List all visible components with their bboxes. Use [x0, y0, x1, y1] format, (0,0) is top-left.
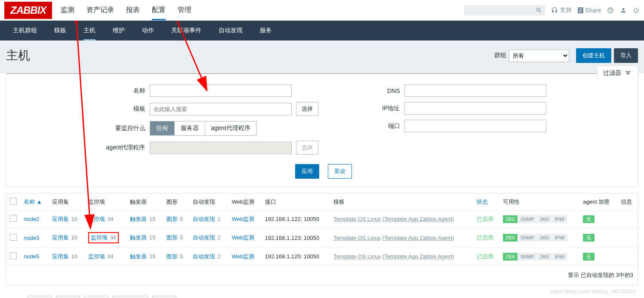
row-host-link[interactable]: node5 — [24, 253, 39, 260]
row-template-link[interactable]: Template OS Linux — [333, 216, 381, 222]
help-icon — [607, 7, 614, 14]
subnav-maintenance[interactable]: 维护 — [104, 21, 133, 40]
row-items-link[interactable]: 监控项 — [88, 253, 105, 260]
port-input[interactable] — [404, 120, 546, 132]
row-host-link[interactable]: node2 — [24, 216, 39, 222]
row-template-sub-link[interactable]: Template App Zabbix Agent — [384, 253, 452, 260]
nav-configuration[interactable]: 配置 — [152, 0, 166, 20]
row-graphs-link[interactable]: 图形 — [166, 253, 178, 260]
search-icon[interactable] — [536, 7, 542, 14]
filter-panel: 名称 模板 选择 要监控什么 任何 服务器 agent代理程序 agent代理程… — [6, 73, 638, 187]
row-template-link[interactable]: Template OS Linux — [333, 235, 381, 241]
row-interface: 192.168.1.125: 10050 — [262, 248, 330, 265]
apply-button[interactable]: 应用 — [295, 164, 319, 179]
massupdate-button[interactable]: 批量更新 — [113, 296, 148, 298]
row-template-link[interactable]: Template OS Linux — [333, 253, 381, 260]
subnav-services[interactable]: 服务 — [251, 21, 280, 40]
row-discovery-link[interactable]: 自动发现 — [193, 216, 215, 222]
monitor-radio-group: 任何 服务器 agent代理程序 — [150, 121, 257, 136]
name-input[interactable] — [150, 84, 292, 97]
export-button[interactable]: 导出 — [84, 296, 108, 298]
global-search[interactable] — [464, 5, 545, 16]
subnav-actions[interactable]: 动作 — [133, 21, 163, 40]
create-host-button[interactable]: 创建主机 — [576, 48, 611, 63]
col-name[interactable]: 名称 ▲ — [24, 199, 42, 205]
row-discovery-link[interactable]: 自动发现 — [193, 253, 215, 260]
col-info: 信息 — [617, 193, 638, 211]
row-graphs-link[interactable]: 图形 — [166, 234, 178, 241]
avail-snmp: SNMP — [518, 215, 537, 223]
col-status[interactable]: 状态 — [477, 199, 488, 205]
subnav-discovery[interactable]: 自动发现 — [210, 21, 251, 40]
nav-inventory[interactable]: 资产记录 — [86, 0, 114, 20]
ip-input[interactable] — [404, 102, 546, 115]
subnav-templates[interactable]: 模板 — [46, 21, 75, 40]
group-select[interactable]: 所有 — [509, 50, 569, 62]
row-checkbox[interactable] — [10, 215, 17, 222]
action-bar: 0 选择 启用 禁用 导出 批量更新 删除 — [0, 292, 644, 298]
disable-button[interactable]: 禁用 — [56, 296, 80, 298]
monitor-any[interactable]: 任何 — [150, 121, 175, 135]
dns-label: DNS — [353, 87, 400, 94]
row-status-link[interactable]: 已启用 — [477, 216, 493, 222]
logout-link[interactable] — [633, 7, 640, 14]
nav-monitoring[interactable]: 监测 — [61, 0, 74, 20]
import-button[interactable]: 导入 — [614, 48, 638, 63]
row-graphs-link[interactable]: 图形 — [166, 216, 178, 222]
template-input[interactable] — [150, 103, 292, 115]
row-web-link[interactable]: Web监测 — [232, 216, 255, 222]
main-nav: 监测 资产记录 报表 配置 管理 — [61, 0, 464, 20]
select-all-checkbox[interactable] — [10, 198, 17, 205]
row-items-link[interactable]: 监控项 — [88, 216, 105, 222]
row-template-sub-link[interactable]: Template App Zabbix Agent — [384, 235, 452, 241]
logo: ZABBIX — [4, 2, 52, 19]
support-link[interactable]: 支持 — [551, 6, 572, 14]
row-apps-link[interactable]: 应用集 — [52, 234, 69, 241]
nav-reports[interactable]: 报表 — [126, 0, 140, 20]
avail-snmp: SNMP — [518, 234, 537, 242]
row-status-link[interactable]: 已启用 — [477, 253, 493, 260]
group-filter: 群组 所有 — [494, 50, 569, 62]
search-input[interactable] — [467, 7, 536, 13]
port-label: 端口 — [353, 122, 400, 130]
row-checkbox[interactable] — [10, 252, 17, 259]
user-link[interactable] — [620, 7, 627, 14]
avail-ipmi: IPMI — [552, 215, 568, 223]
subnav-hostgroups[interactable]: 主机群组 — [4, 21, 46, 40]
row-host-link[interactable]: node3 — [24, 235, 39, 241]
row-triggers-link[interactable]: 触发器 — [130, 253, 147, 260]
row-apps-link[interactable]: 应用集 — [52, 216, 69, 222]
monitor-proxy[interactable]: agent代理程序 — [205, 121, 256, 135]
monitor-server[interactable]: 服务器 — [175, 121, 205, 135]
encryption-badge: 无 — [583, 253, 595, 261]
row-web-link[interactable]: Web监测 — [232, 234, 255, 241]
row-items-link[interactable]: 监控项 — [91, 234, 108, 241]
help-link[interactable] — [607, 7, 614, 14]
row-checkbox[interactable] — [10, 234, 17, 241]
template-label: 模板 — [98, 105, 145, 113]
filter-toggle[interactable]: 过滤器 — [597, 65, 638, 81]
avail-snmp: SNMP — [518, 253, 537, 261]
row-apps-link[interactable]: 应用集 — [52, 253, 69, 260]
subnav-correlation[interactable]: 关联项事件 — [163, 21, 210, 40]
table-header-row: 名称 ▲ 应用集 监控项 触发器 图形 自动发现 Web监测 接口 模板 状态 … — [6, 193, 638, 211]
dns-input[interactable] — [404, 84, 546, 97]
row-triggers-link[interactable]: 触发器 — [130, 234, 147, 241]
nav-admin[interactable]: 管理 — [178, 0, 191, 20]
col-triggers: 触发器 — [126, 193, 163, 211]
share-link[interactable]: Z Share — [578, 7, 601, 14]
template-select-button[interactable]: 选择 — [296, 102, 318, 116]
avail-zbx: ZBX — [503, 234, 518, 242]
row-web-link[interactable]: Web监测 — [232, 253, 255, 260]
availability-group: ZBXSNMPJMXIPMI — [503, 253, 576, 261]
avail-jmx: JMX — [537, 253, 552, 261]
row-template-sub-link[interactable]: Template App Zabbix Agent — [384, 216, 452, 222]
row-status-link[interactable]: 已启用 — [477, 234, 493, 241]
delete-button[interactable]: 删除 — [152, 296, 176, 298]
subnav-hosts[interactable]: 主机 — [75, 21, 104, 40]
row-triggers-link[interactable]: 触发器 — [130, 216, 147, 222]
enable-button[interactable]: 启用 — [28, 296, 52, 298]
row-discovery-link[interactable]: 自动发现 — [193, 234, 215, 241]
name-label: 名称 — [98, 87, 145, 95]
reset-button[interactable]: 重设 — [328, 164, 352, 179]
